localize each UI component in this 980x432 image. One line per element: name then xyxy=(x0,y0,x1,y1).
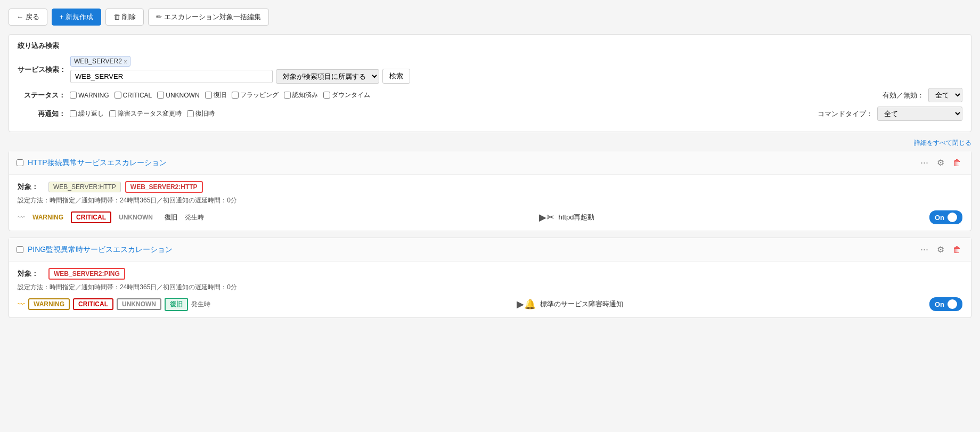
bulk-edit-button[interactable]: ✏ エスカレーション対象一括編集 xyxy=(148,9,269,26)
back-button[interactable]: ← 戻る xyxy=(9,9,47,26)
status-warning-check[interactable]: WARNING xyxy=(70,92,109,99)
card-ping-more-button[interactable]: ··· xyxy=(918,244,930,255)
card-http-toggle[interactable]: On xyxy=(929,210,962,224)
card-ping-settings-button[interactable]: ⚙ xyxy=(935,243,946,256)
card-http: HTTP接続異常サービスエスカレーション ··· ⚙ 🗑 対象： WEB_SER… xyxy=(9,151,971,231)
close-all-link[interactable]: 詳細をすべて閉じる xyxy=(9,138,971,148)
card-http-target1: WEB_SERVER:HTTP xyxy=(48,182,121,192)
card-ping-target-row: 対象： WEB_SERVER2:PING xyxy=(18,268,962,280)
card-http-target-label: 対象： xyxy=(18,182,44,192)
card-http-badge-warning: WARNING xyxy=(28,212,68,223)
card-http-setting-info: 設定方法：時間指定／通知時間帯：24時間365日／初回通知の遅延時間：0分 xyxy=(18,196,962,205)
service-search-button[interactable]: 検索 xyxy=(382,69,410,84)
card-ping-header-left: PING監視異常時サービスエスカレーション xyxy=(17,245,173,255)
renotify-recovery-checkbox[interactable] xyxy=(187,110,194,117)
status-acknowledged-check[interactable]: 認知済み xyxy=(284,91,318,100)
renotify-recovery-check[interactable]: 復旧時 xyxy=(187,109,215,118)
card-http-command-name: httpd再起動 xyxy=(559,213,595,222)
status-label: ステータス： xyxy=(18,91,66,100)
card-http-occurrence: 発生時 xyxy=(185,213,204,222)
card-http-header-left: HTTP接続異常サービスエスカレーション xyxy=(17,158,167,168)
valid-dropdown[interactable]: 全て xyxy=(928,88,962,102)
search-section-title: 絞り込み検索 xyxy=(18,41,962,51)
card-http-status-bar-left: 〰 WARNING CRITICAL UNKNOWN 復旧 発生時 xyxy=(18,211,204,224)
card-http-badge-critical: CRITICAL xyxy=(71,211,111,223)
card-http-more-button[interactable]: ··· xyxy=(918,157,930,168)
renotify-status-change-check[interactable]: 障害ステータス変更時 xyxy=(109,109,182,118)
card-ping-occurrence: 発生時 xyxy=(191,300,210,309)
card-ping-status-bar-left: 〰 WARNING CRITICAL UNKNOWN 復旧 発生時 xyxy=(18,298,210,311)
card-http-delete-button[interactable]: 🗑 xyxy=(951,157,963,169)
status-downtime-check[interactable]: ダウンタイム xyxy=(323,91,370,100)
status-critical-check[interactable]: CRITICAL xyxy=(115,92,152,99)
status-flapping-checkbox[interactable] xyxy=(232,92,239,99)
status-warning-checkbox[interactable] xyxy=(70,92,77,99)
search-section: 絞り込み検索 サービス検索： WEB_SERVER2 x 対象が検索項目に所属す… xyxy=(9,34,971,132)
card-ping-target-label: 対象： xyxy=(18,269,44,279)
status-unknown-check[interactable]: UNKNOWN xyxy=(157,92,199,99)
renotify-row: 再通知： 繰り返し 障害ステータス変更時 復旧時 コマンドタイプ： 全て xyxy=(18,107,962,121)
service-tag[interactable]: WEB_SERVER2 x xyxy=(70,56,130,67)
service-search-label: サービス検索： xyxy=(18,65,66,75)
command-type-dropdown[interactable]: 全て xyxy=(877,107,962,121)
card-ping-delete-button[interactable]: 🗑 xyxy=(951,244,963,256)
card-ping-checkbox[interactable] xyxy=(17,246,23,253)
card-ping-wave-icon: 〰 xyxy=(18,300,25,308)
card-http-title: HTTP接続異常サービスエスカレーション xyxy=(28,158,167,168)
status-downtime-checkbox[interactable] xyxy=(323,92,330,99)
card-http-toggle-circle xyxy=(948,213,957,222)
card-ping-status-bar-row: 〰 WARNING CRITICAL UNKNOWN 復旧 発生時 ▶🔔 標準の… xyxy=(18,297,962,311)
toolbar: ← 戻る + 新規作成 🗑 削除 ✏ エスカレーション対象一括編集 xyxy=(9,9,971,26)
card-ping-actions: ··· ⚙ 🗑 xyxy=(918,243,963,256)
card-http-wave-icon: 〰 xyxy=(18,213,25,222)
status-unknown-checkbox[interactable] xyxy=(157,92,164,99)
card-ping-badge-critical: CRITICAL xyxy=(73,298,113,310)
card-http-settings-button[interactable]: ⚙ xyxy=(935,157,946,169)
renotify-left: 再通知： 繰り返し 障害ステータス変更時 復旧時 xyxy=(18,109,809,119)
delete-button[interactable]: 🗑 削除 xyxy=(105,9,144,26)
service-tag-input-area: WEB_SERVER2 x 対象が検索項目に所属する 検索 xyxy=(70,56,962,84)
renotify-label: 再通知： xyxy=(18,109,66,119)
status-left: ステータス： WARNING CRITICAL UNKNOWN 復旧 フラッピン… xyxy=(18,91,874,100)
valid-label: 有効／無効： xyxy=(883,91,924,100)
card-ping-toggle[interactable]: On xyxy=(929,297,962,311)
status-row: ステータス： WARNING CRITICAL UNKNOWN 復旧 フラッピン… xyxy=(18,88,962,102)
service-search-row: サービス検索： WEB_SERVER2 x 対象が検索項目に所属する 検索 xyxy=(18,56,962,84)
renotify-repeat-checkbox[interactable] xyxy=(70,110,77,117)
status-critical-checkbox[interactable] xyxy=(115,92,121,99)
card-ping-badge-unknown: UNKNOWN xyxy=(117,298,161,310)
tag-row: WEB_SERVER2 x xyxy=(70,56,962,67)
service-text-input-row: 対象が検索項目に所属する 検索 xyxy=(70,69,962,84)
tag-value: WEB_SERVER2 xyxy=(74,58,122,65)
card-ping-toggle-circle xyxy=(948,299,957,309)
command-type-label: コマンドタイプ： xyxy=(818,109,873,119)
card-ping-toggle-label: On xyxy=(935,300,944,308)
status-acknowledged-checkbox[interactable] xyxy=(284,92,291,99)
card-http-command-area: ▶✂ httpd再起動 xyxy=(539,211,595,223)
card-http-actions: ··· ⚙ 🗑 xyxy=(918,157,963,169)
card-ping-badge-recovery: 復旧 xyxy=(165,298,188,311)
status-right: 有効／無効： 全て xyxy=(883,88,962,102)
renotify-repeat-check[interactable]: 繰り返し xyxy=(70,109,104,118)
card-http-checkbox[interactable] xyxy=(17,159,23,166)
card-ping-command-icon: ▶🔔 xyxy=(517,298,536,310)
status-recovery-check[interactable]: 復旧 xyxy=(205,91,226,100)
tag-close[interactable]: x xyxy=(124,58,127,64)
card-ping: PING監視異常時サービスエスカレーション ··· ⚙ 🗑 対象： WEB_SE… xyxy=(9,238,971,318)
card-ping-header: PING監視異常時サービスエスカレーション ··· ⚙ 🗑 xyxy=(9,238,971,262)
card-http-body: 対象： WEB_SERVER:HTTP WEB_SERVER2:HTTP 設定方… xyxy=(9,175,971,231)
status-flapping-check[interactable]: フラッピング xyxy=(232,91,279,100)
card-http-target-row: 対象： WEB_SERVER:HTTP WEB_SERVER2:HTTP xyxy=(18,181,962,193)
card-ping-body: 対象： WEB_SERVER2:PING 設定方法：時間指定／通知時間帯：24時… xyxy=(9,262,971,317)
status-recovery-checkbox[interactable] xyxy=(205,92,212,99)
service-search-dropdown[interactable]: 対象が検索項目に所属する xyxy=(276,69,379,84)
new-button[interactable]: + 新規作成 xyxy=(52,9,101,26)
renotify-status-change-checkbox[interactable] xyxy=(109,110,116,117)
card-http-target2: WEB_SERVER2:HTTP xyxy=(125,181,203,193)
card-ping-target1: WEB_SERVER2:PING xyxy=(48,268,125,280)
card-http-badge-recovery: 復旧 xyxy=(160,211,182,224)
renotify-checkbox-group: 繰り返し 障害ステータス変更時 復旧時 xyxy=(70,109,215,118)
card-ping-command-name: 標準のサービス障害時通知 xyxy=(540,299,623,309)
service-search-input[interactable] xyxy=(70,70,273,83)
card-http-badge-unknown: UNKNOWN xyxy=(115,212,157,223)
